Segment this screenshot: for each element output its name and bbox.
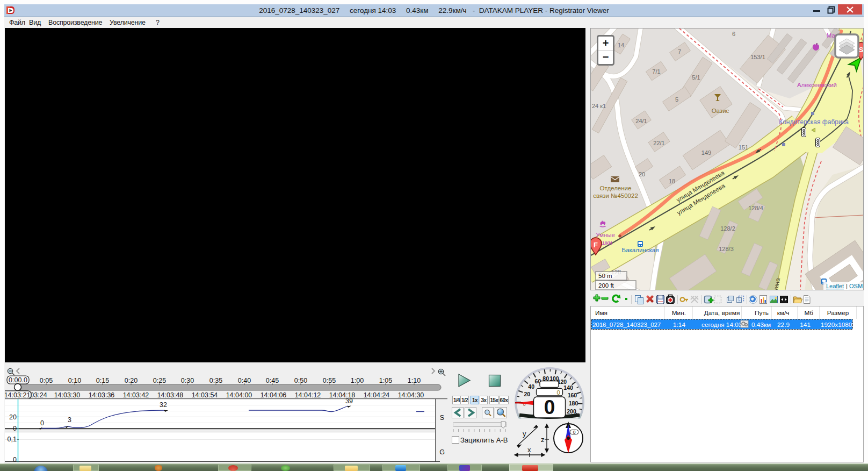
svg-text:1:10: 1:10 — [408, 377, 421, 384]
svg-text:1:05: 1:05 — [379, 377, 392, 384]
svg-text:0:45: 0:45 — [266, 377, 279, 384]
svg-text:y: y — [523, 430, 526, 438]
svg-text:14:03:54: 14:03:54 — [192, 391, 218, 399]
svg-text:39: 39 — [345, 397, 353, 405]
svg-text:14:03:36: 14:03:36 — [89, 391, 115, 399]
svg-text:5/1: 5/1 — [692, 74, 700, 81]
svg-text:Зациклить A-B: Зациклить A-B — [460, 436, 508, 444]
svg-text:14:04:00: 14:04:00 — [226, 391, 252, 399]
svg-text:7: 7 — [678, 48, 681, 55]
svg-text:z: z — [541, 436, 545, 444]
svg-text:Мб: Мб — [804, 309, 813, 317]
svg-text:км/ч: км/ч — [777, 309, 790, 317]
svg-text:20: 20 — [9, 413, 17, 421]
svg-text:20: 20 — [639, 171, 645, 177]
svg-text:0.43км: 0.43км — [751, 321, 771, 329]
svg-text:0:25: 0:25 — [153, 377, 166, 384]
svg-text:OSM: OSM — [849, 283, 863, 289]
svg-text:32: 32 — [160, 401, 167, 409]
svg-text:Размер: Размер — [827, 309, 849, 317]
svg-text:1:00: 1:00 — [351, 377, 364, 384]
svg-text:0:15: 0:15 — [96, 377, 109, 384]
svg-text:G: G — [439, 448, 445, 456]
svg-text:20: 20 — [524, 391, 530, 397]
svg-text:14:04:24: 14:04:24 — [364, 391, 390, 399]
svg-text:0:20: 0:20 — [125, 377, 138, 384]
svg-text:0:00.0: 0:00.0 — [9, 376, 27, 384]
svg-text:0:10: 0:10 — [68, 377, 81, 384]
svg-text:Имя: Имя — [595, 309, 607, 317]
svg-text:03:24: 03:24 — [30, 391, 47, 399]
svg-text:40: 40 — [528, 383, 534, 390]
svg-text:Путь: Путь — [755, 309, 769, 317]
svg-text:15x: 15x — [490, 397, 499, 403]
svg-text:5: 5 — [675, 96, 678, 103]
svg-text:6: 6 — [732, 31, 735, 37]
svg-text:3: 3 — [68, 416, 71, 424]
svg-text:14:04:06: 14:04:06 — [261, 391, 287, 399]
svg-text:200: 200 — [567, 408, 576, 415]
svg-text:связи №450022: связи №450022 — [593, 192, 638, 199]
svg-text:0:40: 0:40 — [238, 377, 251, 384]
svg-text:50 m: 50 m — [598, 273, 612, 279]
svg-text:0: 0 — [13, 425, 17, 432]
svg-text:Leaflet: Leaflet — [826, 283, 844, 289]
svg-text:14:03:48: 14:03:48 — [157, 391, 184, 399]
svg-text:Отделение: Отделение — [600, 185, 632, 191]
svg-text:0: 0 — [544, 396, 555, 418]
svg-text:0: 0 — [557, 389, 560, 396]
svg-text:180: 180 — [569, 400, 578, 406]
svg-text:1920x1080: 1920x1080 — [821, 321, 852, 329]
svg-text:1:14: 1:14 — [673, 321, 685, 329]
svg-text:0: 0 — [573, 430, 576, 435]
svg-text:60x: 60x — [500, 397, 509, 403]
svg-text:S: S — [859, 46, 863, 54]
svg-text:14:04:12: 14:04:12 — [295, 391, 321, 399]
svg-text:151: 151 — [739, 144, 748, 151]
svg-text:0: 0 — [13, 456, 17, 462]
svg-text:x: x — [527, 446, 531, 454]
svg-text:14:03:42: 14:03:42 — [123, 391, 149, 399]
svg-text:−: − — [603, 51, 609, 63]
svg-text:128/2: 128/2 — [720, 225, 735, 232]
svg-text:0: 0 — [40, 419, 44, 427]
svg-text:153/1: 153/1 — [750, 54, 765, 60]
svg-text:24/1: 24/1 — [635, 118, 647, 124]
svg-text:141: 141 — [800, 321, 811, 329]
svg-text:0:35: 0:35 — [209, 377, 222, 384]
svg-text:0:30: 0:30 — [181, 377, 194, 384]
svg-text:Мин.: Мин. — [672, 309, 686, 317]
svg-text:14:03:30: 14:03:30 — [54, 391, 81, 399]
svg-text:сегодня 14:03: сегодня 14:03 — [701, 321, 742, 329]
svg-text:128/4: 128/4 — [748, 205, 763, 211]
svg-text:14:04:30: 14:04:30 — [398, 391, 424, 399]
svg-text:160: 160 — [568, 392, 577, 398]
svg-text:0:55: 0:55 — [323, 377, 336, 384]
svg-text:Дата, время: Дата, время — [704, 309, 740, 317]
svg-text:149: 149 — [701, 149, 711, 156]
svg-text:Кондитерская фабрика: Кондитерская фабрика — [779, 118, 849, 126]
svg-text:2016_0728_140323_027: 2016_0728_140323_027 — [592, 321, 661, 329]
svg-text:S: S — [440, 414, 444, 422]
svg-text:Алексеевский: Алексеевский — [797, 82, 837, 88]
svg-text:22/1: 22/1 — [653, 140, 664, 146]
svg-text:22.9: 22.9 — [777, 321, 790, 329]
svg-text:+: + — [603, 37, 609, 49]
svg-text:24 к1: 24 к1 — [592, 103, 606, 109]
svg-text:F: F — [594, 241, 598, 249]
svg-text:|: | — [846, 283, 848, 289]
svg-text:18: 18 — [669, 178, 675, 184]
svg-text:0:50: 0:50 — [294, 377, 307, 384]
svg-text:14: 14 — [618, 42, 624, 48]
svg-text:0:05: 0:05 — [40, 377, 53, 384]
svg-text:200 ft: 200 ft — [598, 282, 614, 289]
svg-text:128/3: 128/3 — [719, 246, 734, 252]
svg-text:Оазис: Оазис — [712, 108, 729, 114]
svg-text:3x: 3x — [481, 397, 487, 403]
svg-text:Бакалинская: Бакалинская — [622, 247, 659, 253]
svg-text:Умные: Умные — [596, 232, 615, 238]
svg-text:14:03:21: 14:03:21 — [5, 391, 30, 399]
svg-text:0,1: 0,1 — [8, 436, 17, 443]
svg-text:1/4: 1/4 — [453, 397, 460, 403]
svg-text:1/2: 1/2 — [461, 397, 468, 403]
